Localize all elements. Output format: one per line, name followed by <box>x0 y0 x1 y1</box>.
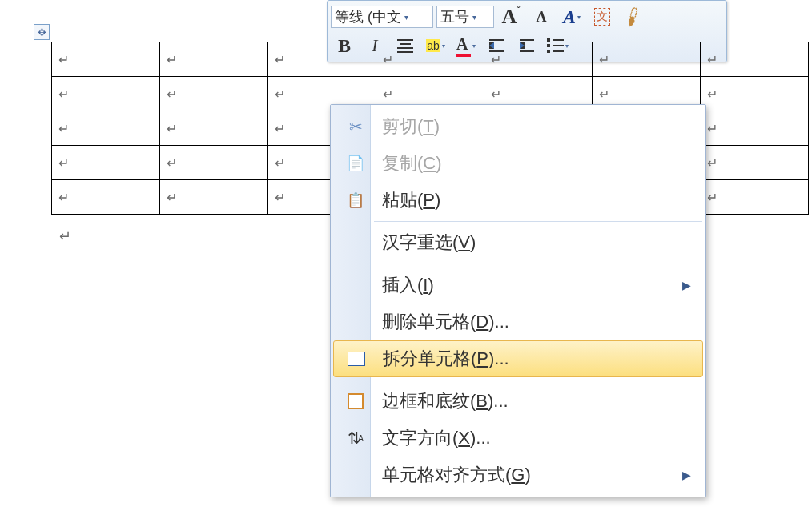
menu-item-copy[interactable]: 复制(C) <box>331 145 705 182</box>
border-icon <box>340 393 371 409</box>
table-cell[interactable]: ↵ <box>52 42 160 77</box>
table-cell[interactable]: ↵ <box>52 77 160 111</box>
table-cell[interactable]: ↵ <box>593 42 701 77</box>
menu-label: 拆分单元格(P)... <box>383 347 509 371</box>
table-cell[interactable]: ↵ <box>160 180 268 215</box>
menu-item-paste[interactable]: 粘贴(P) <box>331 182 705 219</box>
table-row: ↵↵↵↵↵↵↵ <box>52 42 809 77</box>
table-cell[interactable]: ↵ <box>160 146 268 180</box>
menu-label: 汉字重选(V) <box>382 231 476 255</box>
text-direction-icon <box>340 429 371 448</box>
table-cell[interactable]: ↵ <box>701 77 809 111</box>
table-cell[interactable]: ↵ <box>484 42 593 77</box>
menu-separator <box>374 264 702 264</box>
table-cell[interactable]: ↵ <box>52 111 160 146</box>
chevron-down-icon: ▾ <box>472 13 476 22</box>
submenu-arrow-icon: ▶ <box>682 469 691 481</box>
menu-separator <box>374 221 702 222</box>
table-cell[interactable]: ↵ <box>701 180 809 215</box>
char-border-button[interactable]: 文 <box>589 4 616 30</box>
menu-label: 插入(I) <box>382 273 434 297</box>
brush-icon: 🖌 <box>620 3 645 30</box>
table-cell[interactable]: ↵ <box>52 180 160 215</box>
menu-label: 删除单元格(D)... <box>382 310 509 334</box>
text-effects-icon: A <box>563 6 576 28</box>
menu-item-split-cells[interactable]: 拆分单元格(P)... <box>333 340 703 377</box>
submenu-arrow-icon: ▶ <box>682 279 691 292</box>
menu-item-delete-cells[interactable]: 删除单元格(D)... <box>331 304 705 340</box>
menu-item-text-direction[interactable]: 文字方向(X)... <box>331 420 705 457</box>
table-icon <box>341 352 372 366</box>
char-border-icon: 文 <box>594 8 610 26</box>
grow-font-icon: A <box>502 5 521 29</box>
table-cell[interactable]: ↵ <box>701 146 809 180</box>
font-size-value: 五号 <box>440 7 469 26</box>
table-cell[interactable]: ↵ <box>268 42 376 77</box>
copy-icon <box>340 155 371 172</box>
table-cell[interactable]: ↵ <box>160 42 268 77</box>
menu-label: 边框和底纹(B)... <box>382 389 509 413</box>
context-menu: 剪切(T) 复制(C) 粘贴(P) 汉字重选(V) 插入(I) ▶ 删除单元格(… <box>330 104 706 497</box>
paragraph-mark: ↵ <box>59 227 71 245</box>
menu-item-reconvert[interactable]: 汉字重选(V) <box>331 224 705 261</box>
format-painter-button[interactable]: 🖌 <box>619 4 646 30</box>
scissors-icon <box>340 117 371 136</box>
chevron-down-icon: ▾ <box>577 14 581 21</box>
chevron-down-icon: ▾ <box>404 13 408 22</box>
table-cell[interactable]: ↵ <box>160 77 268 111</box>
menu-item-borders-shading[interactable]: 边框和底纹(B)... <box>331 383 705 420</box>
table-cell[interactable]: ↵ <box>701 42 809 77</box>
menu-label: 复制(C) <box>382 151 442 175</box>
text-effects-button[interactable]: A▾ <box>558 4 585 30</box>
menu-item-cut[interactable]: 剪切(T) <box>331 108 705 145</box>
menu-label: 文字方向(X)... <box>382 426 491 450</box>
font-size-dropdown[interactable]: 五号 ▾ <box>436 6 494 28</box>
table-cell[interactable]: ↵ <box>52 146 160 180</box>
menu-item-cell-alignment[interactable]: 单元格对齐方式(G) ▶ <box>331 457 705 493</box>
menu-label: 粘贴(P) <box>382 188 440 212</box>
table-cell[interactable]: ↵ <box>701 111 809 146</box>
shrink-font-icon: A <box>537 9 547 26</box>
font-name-dropdown[interactable]: 等线 (中文 ▾ <box>331 6 433 28</box>
paste-icon <box>340 191 371 209</box>
table-cell[interactable]: ↵ <box>376 42 484 77</box>
menu-item-insert[interactable]: 插入(I) ▶ <box>331 267 705 304</box>
table-move-handle[interactable]: ✥ <box>34 24 50 40</box>
table-cell[interactable]: ↵ <box>160 111 268 146</box>
menu-label: 剪切(T) <box>382 115 440 139</box>
menu-label: 单元格对齐方式(G) <box>382 463 531 487</box>
menu-separator <box>374 380 702 380</box>
shrink-font-button[interactable]: A <box>528 4 555 30</box>
font-name-value: 等线 (中文 <box>335 7 401 26</box>
grow-font-button[interactable]: A <box>497 4 525 30</box>
